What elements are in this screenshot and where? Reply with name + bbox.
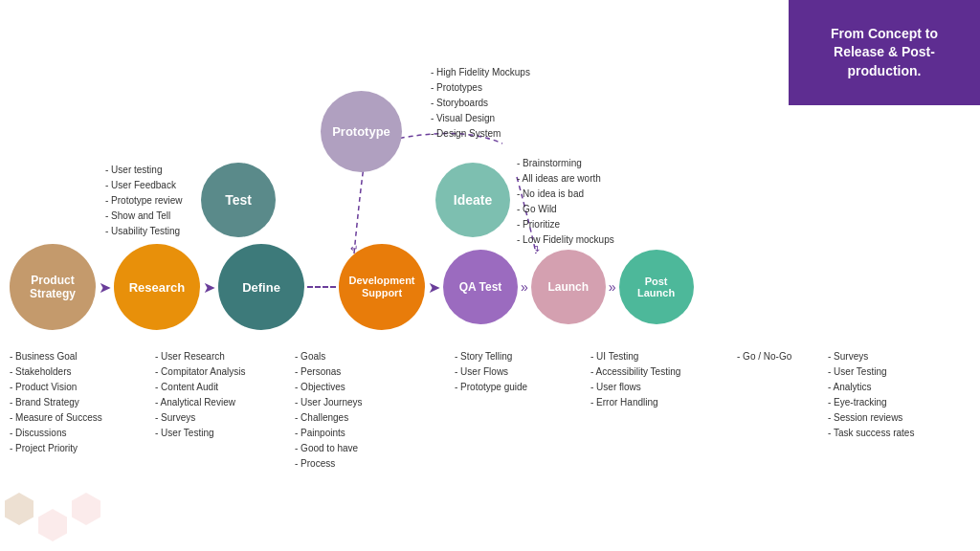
- list-item: - UI Testing: [590, 349, 680, 364]
- list-item: - Stakeholders: [10, 364, 102, 380]
- define-circle: Define: [218, 244, 304, 330]
- list-item: - Discussions: [10, 426, 102, 441]
- prototype-list: - High Fidelity Mockups - Prototypes - S…: [431, 65, 530, 142]
- arrow-4: ➤: [428, 278, 440, 297]
- main-container: From Concept to Release & Post-productio…: [0, 0, 980, 551]
- list-item: - Measure of Success: [10, 410, 102, 426]
- research-list: - User Research - Compitator Analysis - …: [155, 349, 245, 441]
- list-item: - Painpoints: [295, 426, 363, 441]
- product-strategy-list: - Business Goal - Stakeholders - Product…: [10, 349, 102, 456]
- dev-support-list: - Story Telling - User Flows - Prototype…: [455, 349, 527, 395]
- list-item: - User Testing: [828, 364, 914, 380]
- list-item: - Analytics: [828, 380, 914, 395]
- launch-circle: Launch: [531, 250, 606, 324]
- hex-decorations: [5, 493, 100, 541]
- list-item: - Compitator Analysis: [155, 364, 245, 380]
- prototype-list-item: - Prototypes: [431, 80, 530, 96]
- list-item: - Personas: [295, 364, 363, 380]
- qa-circle: QA Test: [443, 250, 518, 324]
- list-item: - Product Vision: [10, 380, 102, 395]
- hex-1: [5, 493, 33, 525]
- list-item: - User Testing: [155, 426, 245, 441]
- post-launch-label: PostLaunch: [634, 272, 679, 302]
- arrow-2: ➤: [203, 278, 215, 297]
- ideate-label: Ideate: [454, 192, 492, 208]
- list-item: - Story Telling: [455, 349, 527, 364]
- prototype-circle: Prototype: [321, 91, 402, 172]
- prototype-list-item: - Design System: [431, 126, 530, 142]
- list-item: - Analytical Review: [155, 395, 245, 410]
- test-list-item: - Show and Tell: [105, 209, 183, 224]
- test-circle: Test: [201, 163, 276, 237]
- ideate-list-item: - Go Wild: [517, 202, 614, 217]
- post-launch-list: - Surveys - User Testing - Analytics - E…: [828, 349, 914, 441]
- list-item: - Error Handling: [590, 395, 680, 410]
- launch-label: Launch: [547, 280, 589, 294]
- list-item: - Session reviews: [828, 410, 914, 426]
- list-item: - User Journeys: [295, 395, 363, 410]
- list-item: - Prototype guide: [455, 380, 527, 395]
- ideate-list-item: - All ideas are worth: [517, 171, 614, 187]
- list-item: - Surveys: [828, 349, 914, 364]
- list-item: - Objectives: [295, 380, 363, 395]
- qa-list: - UI Testing - Accessibility Testing - U…: [590, 349, 680, 410]
- list-item: - User Flows: [455, 364, 527, 380]
- post-launch-circle: PostLaunch: [619, 250, 694, 324]
- banner-line1: From Concept to: [831, 26, 938, 41]
- list-item: - Process: [295, 456, 363, 472]
- list-item: - Challenges: [295, 410, 363, 426]
- banner-line2: Release & Post-production.: [834, 44, 935, 78]
- list-item: - Task success rates: [828, 426, 914, 441]
- test-label: Test: [225, 192, 252, 208]
- test-list-item: - User testing: [105, 163, 183, 178]
- banner: From Concept to Release & Post-productio…: [789, 0, 980, 105]
- prototype-list-item: - Storyboards: [431, 96, 530, 111]
- list-item: - Eye-tracking: [828, 395, 914, 410]
- test-list-item: - Prototype review: [105, 193, 183, 209]
- list-item: - Go / No-Go: [737, 349, 791, 364]
- ideate-list: - Brainstorming - All ideas are worth - …: [517, 156, 614, 248]
- list-item: - Business Goal: [10, 349, 102, 364]
- ideate-list-item: - No idea is bad: [517, 187, 614, 202]
- list-item: - Project Priority: [10, 441, 102, 456]
- product-strategy-circle: ProductStrategy: [10, 244, 96, 330]
- qa-label: QA Test: [456, 276, 506, 298]
- test-list-item: - Usability Testing: [105, 224, 183, 239]
- prototype-label: Prototype: [332, 124, 390, 139]
- test-list-item: - User Feedback: [105, 178, 183, 193]
- define-label: Define: [242, 280, 280, 295]
- list-item: - User Research: [155, 349, 245, 364]
- dev-support-label: DevelopmentSupport: [345, 271, 418, 303]
- define-list: - Goals - Personas - Objectives - User J…: [295, 349, 363, 472]
- hex-3: [72, 493, 100, 525]
- product-strategy-label: ProductStrategy: [25, 269, 80, 306]
- main-circles-row: ProductStrategy ➤ Research ➤ Define Deve…: [10, 244, 694, 330]
- list-item: - Good to have: [295, 441, 363, 456]
- list-item: - Goals: [295, 349, 363, 364]
- list-item: - User flows: [590, 380, 680, 395]
- dev-support-circle: DevelopmentSupport: [339, 244, 425, 330]
- ideate-circle: Ideate: [435, 163, 510, 237]
- list-item: - Surveys: [155, 410, 245, 426]
- hex-2: [38, 509, 67, 541]
- arrow-6: »: [609, 279, 616, 295]
- arrow-5: »: [521, 279, 528, 295]
- list-item: - Accessibility Testing: [590, 364, 680, 380]
- arrow-1: ➤: [99, 278, 111, 297]
- research-label: Research: [129, 280, 186, 295]
- ideate-list-item: - Brainstorming: [517, 156, 614, 171]
- list-item: - Content Audit: [155, 380, 245, 395]
- launch-list: - Go / No-Go: [737, 349, 791, 364]
- research-circle: Research: [114, 244, 200, 330]
- prototype-list-item: - High Fidelity Mockups: [431, 65, 530, 80]
- prototype-list-item: - Visual Design: [431, 111, 530, 126]
- list-item: - Brand Strategy: [10, 395, 102, 410]
- test-list: - User testing - User Feedback - Prototy…: [105, 163, 183, 239]
- ideate-list-item: - Prioritize: [517, 217, 614, 232]
- dashed-arrow-3: [307, 286, 336, 288]
